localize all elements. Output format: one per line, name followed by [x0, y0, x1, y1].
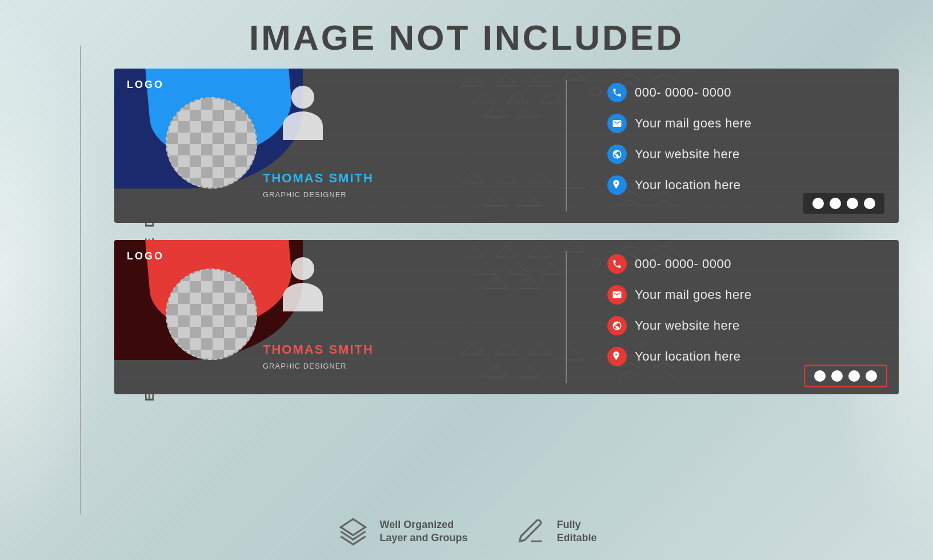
signature-card-red: LOGO THOMAS SMITH GRAPHIC DESIGNER 000- …: [114, 240, 899, 394]
website-row-blue: Your website here: [607, 145, 882, 164]
mail-text-red: Your mail goes here: [635, 287, 751, 302]
svg-marker-6: [540, 91, 562, 103]
signature-name-red: THOMAS SMITH: [263, 342, 374, 357]
signature-name-blue: THOMAS SMITH: [263, 171, 374, 186]
svg-point-32: [592, 258, 601, 267]
svg-marker-34: [341, 519, 366, 535]
svg-marker-13: [484, 194, 506, 206]
social-dot-3-red: [848, 370, 860, 382]
svg-marker-22: [507, 263, 529, 274]
location-text-blue: Your location here: [635, 178, 741, 193]
mail-text-blue: Your mail goes here: [635, 116, 751, 131]
signatures-area: LOGO THOMAS SMITH GRAPHIC DESIGNER 000- …: [114, 69, 899, 411]
svg-marker-28: [529, 343, 551, 354]
editable-feature-text: Fully Editable: [557, 518, 597, 545]
social-dot-1-red: [814, 370, 826, 382]
page-title: IMAGE NOT INCLUDED: [0, 17, 933, 58]
location-row-blue: Your location here: [607, 175, 882, 195]
sidebar-divider: [80, 46, 81, 514]
svg-point-15: [592, 87, 601, 96]
person-body-blue: [283, 111, 323, 140]
profile-photo-blue: [166, 97, 257, 189]
phone-icon-blue: [607, 83, 627, 102]
edit-icon: [514, 514, 548, 549]
layers-feature-text: Well Organized Layer and Groups: [379, 518, 467, 545]
mail-row-red: Your mail goes here: [607, 285, 882, 305]
phone-row-blue: 000- 0000- 0000: [607, 83, 882, 102]
location-row-red: Your location here: [607, 347, 882, 366]
svg-marker-2: [529, 74, 551, 86]
svg-marker-1: [495, 74, 518, 86]
vertical-divider-red: [566, 251, 567, 383]
svg-marker-4: [473, 91, 495, 103]
svg-marker-23: [540, 263, 562, 274]
feature-layers: Well Organized Layer and Groups: [336, 514, 467, 549]
svg-marker-3: [563, 69, 585, 80]
signature-card-blue: LOGO THOMAS SMITH GRAPHIC DESIGNER 000- …: [114, 69, 899, 223]
features-row: Well Organized Layer and Groups Fully Ed…: [0, 514, 933, 549]
svg-marker-9: [462, 171, 484, 183]
social-dot-4-blue: [864, 198, 875, 209]
social-dot-1-blue: [812, 198, 824, 209]
social-dots-red: [804, 365, 887, 387]
svg-marker-27: [495, 343, 518, 354]
svg-marker-17: [462, 246, 484, 257]
website-text-blue: Your website here: [635, 147, 740, 162]
social-dot-2-blue: [830, 198, 841, 209]
svg-marker-10: [495, 171, 518, 183]
mail-row-blue: Your mail goes here: [607, 114, 882, 133]
person-silhouette-red: [280, 257, 326, 314]
logo-label-blue: LOGO: [127, 79, 164, 91]
contact-area-red: 000- 0000- 0000 Your mail goes here Your…: [607, 254, 882, 378]
svg-marker-26: [462, 343, 484, 354]
website-row-red: Your website here: [607, 316, 882, 335]
phone-text-blue: 000- 0000- 0000: [635, 85, 731, 100]
mail-icon-red: [607, 285, 627, 305]
svg-marker-5: [507, 91, 529, 103]
svg-marker-7: [484, 106, 506, 117]
location-text-red: Your location here: [635, 349, 741, 364]
social-dot-2-red: [831, 370, 843, 382]
website-text-red: Your website here: [635, 318, 740, 333]
contact-area-blue: 000- 0000- 0000 Your mail goes here Your…: [607, 83, 882, 206]
social-dots-blue: [803, 193, 884, 214]
svg-marker-21: [473, 263, 495, 274]
person-head-red: [291, 257, 314, 280]
photo-placeholder-blue: [167, 98, 256, 187]
layers-icon: [336, 514, 370, 549]
svg-marker-30: [484, 366, 506, 377]
svg-marker-14: [518, 194, 540, 206]
person-head-blue: [291, 86, 314, 109]
photo-placeholder-red: [167, 270, 256, 359]
phone-icon-red: [607, 254, 627, 274]
svg-marker-20: [563, 240, 585, 251]
person-body-red: [283, 283, 323, 311]
svg-marker-19: [529, 246, 551, 257]
svg-marker-25: [518, 277, 540, 289]
location-icon-blue: [607, 175, 627, 195]
phone-row-red: 000- 0000- 0000: [607, 254, 882, 274]
logo-label-red: LOGO: [127, 250, 164, 262]
website-icon-blue: [607, 145, 627, 164]
svg-marker-18: [495, 246, 518, 257]
location-icon-red: [607, 347, 627, 366]
profile-photo-red: [166, 269, 257, 360]
svg-marker-24: [484, 277, 506, 289]
person-silhouette-blue: [280, 86, 326, 143]
vertical-divider-blue: [566, 80, 567, 211]
feature-editable: Fully Editable: [514, 514, 597, 549]
svg-marker-8: [518, 106, 540, 117]
website-icon-red: [607, 316, 627, 335]
svg-marker-11: [529, 171, 551, 183]
phone-text-red: 000- 0000- 0000: [635, 257, 731, 271]
social-dot-4-red: [866, 370, 877, 382]
signature-title-blue: GRAPHIC DESIGNER: [263, 190, 347, 199]
signature-title-red: GRAPHIC DESIGNER: [263, 362, 347, 370]
svg-marker-31: [518, 366, 540, 377]
social-dot-3-blue: [847, 198, 858, 209]
bg-blob-left: [0, 0, 114, 560]
svg-marker-0: [462, 74, 484, 86]
mail-icon-blue: [607, 114, 627, 133]
